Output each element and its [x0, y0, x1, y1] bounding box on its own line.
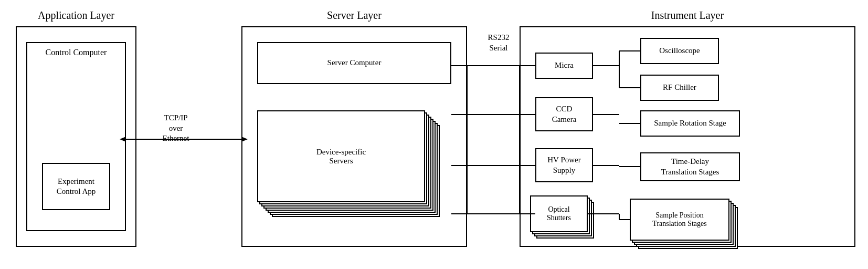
- micra-box: Micra: [535, 53, 593, 79]
- time-delay-box: Time-DelayTranslation Stages: [640, 152, 740, 181]
- optical-shutters-stack: OpticalShutters: [530, 195, 601, 243]
- sample-rotation-label: Sample Rotation Stage: [654, 118, 726, 129]
- sample-rotation-box: Sample Rotation Stage: [640, 110, 740, 137]
- experiment-app-label: ExperimentControl App: [57, 177, 96, 197]
- hv-power-box: HV PowerSupply: [535, 148, 593, 182]
- rs232-label: RS232Serial: [475, 33, 522, 53]
- control-computer-label: Control Computer: [46, 47, 107, 58]
- oscilloscope-label: Oscilloscope: [659, 46, 700, 56]
- micra-label: Micra: [555, 60, 574, 71]
- server-computer-box: Server Computer: [257, 42, 451, 84]
- instrument-layer-label: Instrument Layer: [520, 9, 855, 22]
- sample-position-stack: Sample PositionTranslation Stages: [630, 199, 745, 251]
- diagram: Application Layer Server Layer Instrumen…: [0, 0, 868, 269]
- sample-position-label: Sample PositionTranslation Stages: [652, 211, 706, 228]
- ccd-camera-box: CCDCamera: [535, 97, 593, 131]
- device-servers-label: Device-specificServers: [316, 148, 366, 165]
- tcpip-label: TCP/IPoverEthernet: [144, 113, 207, 144]
- oscilloscope-box: Oscilloscope: [640, 38, 719, 64]
- experiment-app-box: ExperimentControl App: [42, 163, 110, 210]
- hv-power-label: HV PowerSupply: [547, 155, 580, 175]
- server-layer-label: Server Layer: [241, 9, 467, 22]
- optical-shutters-label: OpticalShutters: [547, 205, 571, 222]
- rf-chiller-box: RF Chiller: [640, 75, 719, 101]
- ccd-camera-label: CCDCamera: [552, 104, 577, 125]
- server-computer-label: Server Computer: [327, 58, 382, 68]
- application-layer-label: Application Layer: [16, 9, 136, 22]
- time-delay-label: Time-DelayTranslation Stages: [661, 157, 719, 177]
- device-servers-stack: Device-specificServers: [257, 110, 451, 221]
- rf-chiller-label: RF Chiller: [663, 82, 696, 93]
